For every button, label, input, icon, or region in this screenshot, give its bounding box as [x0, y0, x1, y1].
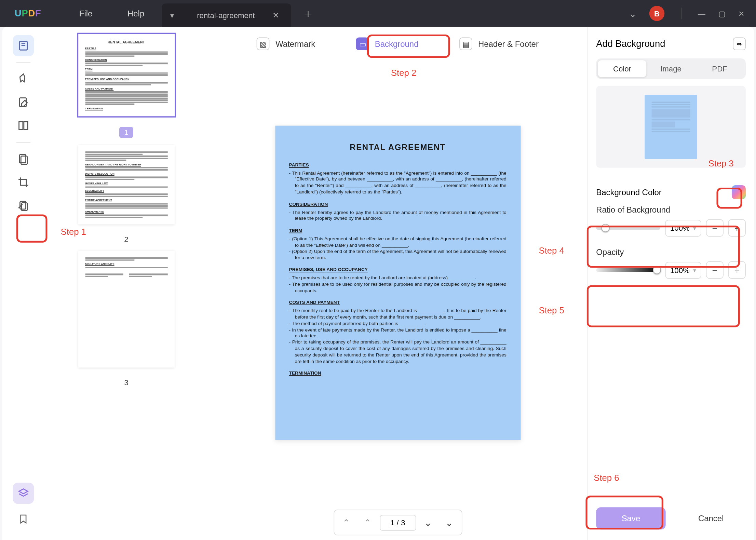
svg-rect-4	[19, 122, 23, 130]
minimize-button[interactable]: ―	[698, 9, 705, 18]
first-page-button[interactable]: ⌃	[338, 514, 355, 531]
page-preview: RENTAL AGREEMENT PARTIES This Rental Agr…	[275, 126, 521, 440]
ratio-slider[interactable]	[596, 226, 660, 230]
save-button[interactable]: Save	[596, 507, 665, 529]
seg-image[interactable]: Image	[647, 60, 695, 77]
organize-icon[interactable]	[13, 115, 34, 136]
bg-type-segment: Color Image PDF	[596, 58, 746, 79]
comment-icon[interactable]	[13, 68, 34, 90]
opacity-value[interactable]: 100%▾	[665, 261, 701, 279]
thumb-label-3: 3	[124, 378, 128, 387]
thumb-label-2: 2	[124, 235, 128, 244]
ratio-minus[interactable]: −	[706, 219, 724, 237]
tab-title: rental-agreement	[197, 11, 255, 20]
menu-help[interactable]: Help	[127, 9, 144, 18]
right-panel: Add Background ⇔ Color Image PDF Backgro…	[588, 27, 754, 540]
redact-icon[interactable]	[13, 148, 34, 170]
maximize-button[interactable]: ▢	[718, 9, 726, 18]
ratio-plus[interactable]: +	[728, 219, 746, 237]
color-picker-button[interactable]	[732, 185, 746, 199]
layers-icon[interactable]	[13, 483, 34, 504]
edit-icon[interactable]	[13, 92, 34, 113]
document-tab[interactable]: ▾ rental-agreement ✕	[162, 3, 291, 27]
page-tools-icon[interactable]	[13, 195, 34, 216]
page-input[interactable]: 1 / 3	[380, 515, 416, 530]
thumbnail-panel: RENTAL AGREEMENT PARTIES CONSIDERATION T…	[44, 27, 208, 540]
panel-title: Add Background	[596, 39, 665, 49]
bg-preview	[596, 86, 746, 167]
tab-header-footer[interactable]: ▤ Header & Footer	[454, 34, 544, 54]
opacity-plus[interactable]: +	[728, 261, 746, 279]
doc-title: RENTAL AGREEMENT	[289, 142, 507, 153]
user-avatar[interactable]: B	[649, 6, 664, 21]
crop-icon[interactable]	[13, 172, 34, 193]
prev-page-button[interactable]: ⌃	[359, 514, 376, 531]
opacity-slider[interactable]	[596, 268, 660, 272]
next-page-button[interactable]: ⌄	[419, 514, 437, 531]
tab-dropdown-icon[interactable]: ▾	[165, 11, 179, 20]
thumbnail-3[interactable]: SIGNATURE AND DATE	[78, 251, 174, 368]
ratio-value[interactable]: 100%▾	[665, 219, 701, 237]
svg-rect-5	[24, 122, 28, 130]
last-page-button[interactable]: ⌄	[440, 514, 458, 531]
tool-tabs: ▧ Watermark ▭ Background ▤ Header & Foot…	[208, 27, 588, 61]
titlebar: UPDF File Help ▾ rental-agreement ✕ ＋ ⌄ …	[0, 0, 756, 27]
opacity-label: Opacity	[596, 247, 746, 256]
seg-pdf[interactable]: PDF	[695, 60, 744, 77]
pager: ⌃ ⌃ 1 / 3 ⌄ ⌄	[334, 510, 462, 535]
bookmark-icon[interactable]	[13, 509, 34, 530]
close-button[interactable]: ✕	[738, 9, 745, 18]
thumbnail-1[interactable]: RENTAL AGREEMENT PARTIES CONSIDERATION T…	[78, 34, 174, 116]
left-toolbar	[2, 27, 44, 540]
chevron-down-icon[interactable]: ⌄	[629, 8, 636, 19]
center-area: ▧ Watermark ▭ Background ▤ Header & Foot…	[208, 27, 588, 540]
cancel-button[interactable]: Cancel	[676, 507, 745, 529]
watermark-icon: ▧	[257, 37, 270, 50]
headerfooter-icon: ▤	[459, 37, 472, 50]
close-icon[interactable]: ✕	[272, 11, 280, 20]
seg-color[interactable]: Color	[598, 60, 646, 77]
background-icon: ▭	[356, 37, 369, 50]
new-tab-button[interactable]: ＋	[303, 6, 313, 21]
opacity-minus[interactable]: −	[706, 261, 724, 279]
thumb-label-1: 1	[119, 127, 133, 138]
thumbnail-2[interactable]: ABANDONMENT AND THE RIGHT TO ENTER DISPU…	[78, 145, 174, 225]
expand-icon[interactable]: ⇔	[733, 37, 746, 50]
ratio-label: Ratio of Background	[596, 205, 746, 214]
tab-watermark[interactable]: ▧ Watermark	[251, 34, 321, 54]
reader-icon[interactable]	[13, 35, 34, 56]
app-logo: UPDF	[0, 8, 56, 19]
bgcolor-label: Background Color	[596, 188, 662, 197]
menu-file[interactable]: File	[79, 9, 93, 18]
tab-background[interactable]: ▭ Background	[350, 34, 424, 54]
